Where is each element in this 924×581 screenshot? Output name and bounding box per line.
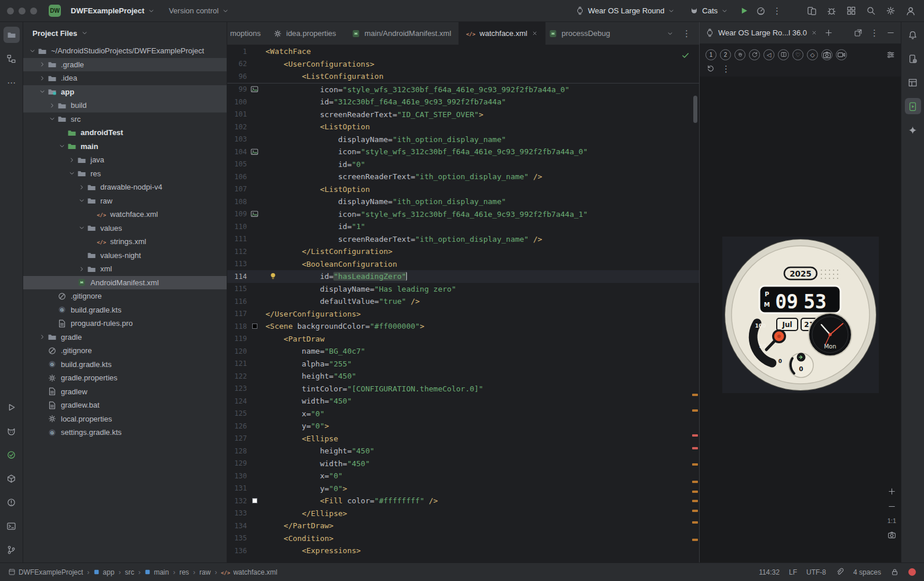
watch-face-preview[interactable]: 2025 P M 09 53 Jul 21 [722, 237, 879, 393]
split-screen-icon[interactable] [778, 49, 789, 60]
chevron-right-icon[interactable] [48, 102, 57, 109]
code-line[interactable]: 133 </Ellipse> [227, 507, 699, 520]
minimize-window-button[interactable] [19, 8, 26, 14]
tool-problems-icon[interactable] [3, 494, 20, 510]
code-line[interactable]: 102 <ListOption [227, 121, 699, 133]
scrollbar-thumb[interactable] [693, 96, 697, 123]
tree-item-res[interactable]: res [23, 167, 227, 181]
back-icon[interactable]: ◁ [763, 49, 774, 60]
code-line[interactable]: 122 height="450" [227, 370, 699, 383]
chevron-down-icon[interactable] [28, 48, 37, 55]
chevron-down-icon[interactable] [48, 115, 57, 122]
code-line[interactable]: 103 displayName="ith_option_display_name… [227, 133, 699, 146]
breadcrumb-res[interactable]: res [179, 568, 189, 576]
tree-item-androidtest[interactable]: androidTest [23, 126, 227, 140]
stripe-mark[interactable] [692, 510, 698, 512]
breadcrumb-raw[interactable]: raw [199, 568, 210, 576]
zoom-in-button[interactable] [887, 487, 896, 496]
tree-item-build-gradle-kts[interactable]: Gbuild.gradle.kts [23, 303, 227, 317]
chevron-right-icon[interactable] [38, 61, 47, 68]
code-line[interactable]: 126 y="0"> [227, 420, 699, 433]
code-line[interactable]: 112 </ListConfiguration> [227, 245, 699, 258]
stripe-mark[interactable] [692, 481, 698, 483]
studio-bot-icon[interactable] [827, 6, 836, 16]
breadcrumb-app[interactable]: app [93, 568, 114, 576]
code-line[interactable]: 96 <ListConfiguration [227, 70, 699, 83]
code-line[interactable]: 108 displayName="ith_option_display_name… [227, 195, 699, 208]
breadcrumb-src[interactable]: src [125, 568, 134, 576]
button1-icon[interactable]: 1 [705, 49, 716, 60]
code-line[interactable]: 117</UserConfigurations> [227, 308, 699, 321]
close-tab-icon[interactable] [532, 30, 538, 37]
stripe-mark[interactable] [692, 539, 698, 541]
code-editor[interactable]: 1<WatchFace62 <UserConfigurations>96 <Li… [227, 45, 699, 562]
button2-icon[interactable]: 2 [720, 49, 731, 60]
tool-build-icon[interactable] [3, 470, 20, 486]
rotate-icon[interactable] [749, 49, 760, 60]
tool-terminal-icon[interactable] [3, 518, 20, 534]
code-line[interactable]: 134 </PartDraw> [227, 520, 699, 532]
error-indicator[interactable] [908, 568, 916, 576]
chevron-right-icon[interactable] [38, 333, 47, 340]
code-line[interactable]: 116 defaultValue="true" /> [227, 295, 699, 308]
tree-item-settings-gradle-kts[interactable]: Gsettings.gradle.kts [23, 426, 227, 440]
code-line[interactable]: 101 screenReaderText="ID_CAT_STEP_OVER"> [227, 108, 699, 121]
lock-icon[interactable] [890, 568, 899, 576]
tab-moptions[interactable]: moptions [227, 22, 265, 45]
paperclip-icon[interactable] [835, 568, 844, 576]
reset-icon[interactable] [707, 64, 715, 72]
encoding[interactable]: UTF-8 [806, 568, 826, 576]
stripe-mark[interactable] [692, 500, 698, 502]
code-line[interactable]: 121 alpha="255" [227, 358, 699, 371]
device-manager-icon[interactable] [905, 50, 921, 67]
device-selector[interactable]: Wear OS Large Round [572, 4, 679, 17]
chevron-down-icon[interactable] [77, 197, 86, 204]
tool-logcat-icon[interactable] [3, 423, 20, 439]
code-line[interactable]: 136 <Expressions> [227, 544, 699, 557]
code-line[interactable]: 132 <Fill color="#ffffffff" /> [227, 495, 699, 507]
code-line[interactable]: 123 tintColor="[CONFIGURATION.themeColor… [227, 383, 699, 395]
chevron-right-icon[interactable] [38, 75, 47, 82]
tree-item-gradlew[interactable]: gradlew [23, 385, 227, 399]
tree-item-xml[interactable]: xml [23, 262, 227, 276]
code-line[interactable]: 110 id="1" [227, 220, 699, 233]
device-streaming-icon[interactable] [807, 6, 817, 16]
stripe-mark[interactable] [692, 491, 698, 493]
project-panel-header[interactable]: Project Files [23, 22, 227, 44]
code-line[interactable]: 99 icon="style_wfs_312c30bf_f64a_461e_9c… [227, 83, 699, 96]
tool-more-icon[interactable]: ⋯ [3, 74, 20, 90]
notifications-icon[interactable] [905, 27, 921, 43]
code-line[interactable]: 115 displayName="Has leading zero" [227, 283, 699, 296]
tree-item-app[interactable]: app [23, 85, 227, 99]
tree-item-strings-xml[interactable]: </>strings.xml [23, 235, 227, 249]
code-line[interactable]: 113 <BooleanConfiguration [227, 258, 699, 271]
tree-item-java[interactable]: java [23, 153, 227, 167]
tree-item-gitignore[interactable]: .gitignore [23, 344, 227, 358]
tab-main-androidmanifest-xml[interactable]: main/AndroidManifest.xml [344, 22, 459, 45]
tool-run-icon[interactable] [3, 399, 20, 415]
camera-icon[interactable] [821, 49, 832, 60]
code-line[interactable]: 129 width="450" [227, 457, 699, 470]
chevron-down-icon[interactable] [38, 88, 47, 95]
stripe-mark[interactable] [692, 521, 698, 524]
stripe-mark[interactable] [692, 409, 698, 412]
code-line[interactable]: 125 x="0" [227, 408, 699, 420]
tree-item-local-properties[interactable]: local.properties [23, 412, 227, 426]
project-selector[interactable]: DWFExampleProject [67, 4, 159, 17]
code-line[interactable]: 104 icon="style_wfs_312c30bf_f64a_461e_9… [227, 146, 699, 158]
chevron-right-icon[interactable] [77, 266, 86, 273]
emulator-more-icon[interactable]: ⋮ [722, 64, 730, 73]
tree-item-idea[interactable]: .idea [23, 71, 227, 85]
run-config-selector[interactable]: Cats [686, 4, 732, 17]
tab-watchface-xml[interactable]: </>watchface.xml [459, 22, 545, 45]
open-in-window-icon[interactable] [854, 28, 863, 37]
settings-icon[interactable] [886, 6, 896, 16]
tree-item-values[interactable]: values [23, 221, 227, 235]
caret-position[interactable]: 114:32 [759, 568, 780, 576]
breadcrumb-dwfexampleproject[interactable]: DWFExampleProject [8, 568, 83, 576]
chevron-down-icon[interactable] [67, 170, 77, 177]
tree-item-watchface-xml[interactable]: </>watchface.xml [23, 208, 227, 221]
tree-item-androidmanifest-xml[interactable]: AndroidManifest.xml [23, 276, 227, 290]
tree-item-gitignore[interactable]: .gitignore [23, 289, 227, 303]
code-line[interactable]: 111 screenReaderText="ith_option_display… [227, 233, 699, 246]
